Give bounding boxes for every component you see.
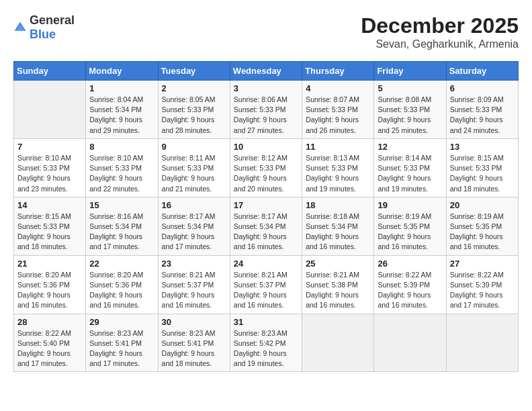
calendar-cell: 6 Sunrise: 8:09 AM Sunset: 5:33 PM Dayli… [446,81,518,139]
calendar-cell [14,81,86,139]
calendar-cell: 4 Sunrise: 8:07 AM Sunset: 5:33 PM Dayli… [302,81,374,139]
calendar-cell: 14 Sunrise: 8:15 AM Sunset: 5:33 PM Dayl… [14,197,86,255]
weekday-header-cell: Thursday [302,62,374,81]
day-number: 1 [89,83,154,93]
calendar-cell: 27 Sunrise: 8:22 AM Sunset: 5:39 PM Dayl… [446,255,518,314]
day-number: 7 [17,142,82,152]
day-info: Sunrise: 8:16 AM Sunset: 5:34 PM Dayligh… [89,212,154,253]
day-info: Sunrise: 8:06 AM Sunset: 5:33 PM Dayligh… [234,95,298,136]
calendar-cell [446,314,518,372]
page-header: General Blue December 2025 Sevan, Geghar… [13,13,519,50]
day-info: Sunrise: 8:21 AM Sunset: 5:37 PM Dayligh… [162,270,226,311]
weekday-header-cell: Saturday [446,62,518,81]
calendar-body: 1 Sunrise: 8:04 AM Sunset: 5:34 PM Dayli… [14,81,519,372]
day-number: 28 [17,317,82,327]
calendar-week-row: 21 Sunrise: 8:20 AM Sunset: 5:36 PM Dayl… [14,255,519,314]
day-info: Sunrise: 8:17 AM Sunset: 5:34 PM Dayligh… [162,212,226,253]
calendar-cell: 11 Sunrise: 8:13 AM Sunset: 5:33 PM Dayl… [302,138,374,197]
logo-general: General [30,13,75,27]
location-title: Sevan, Gegharkunik, Armenia [361,38,519,50]
weekday-header-cell: Sunday [14,62,86,81]
day-info: Sunrise: 8:07 AM Sunset: 5:33 PM Dayligh… [306,95,370,136]
calendar-cell: 21 Sunrise: 8:20 AM Sunset: 5:36 PM Dayl… [14,255,86,314]
day-info: Sunrise: 8:23 AM Sunset: 5:41 PM Dayligh… [89,328,154,369]
calendar-cell: 1 Sunrise: 8:04 AM Sunset: 5:34 PM Dayli… [86,81,158,139]
day-info: Sunrise: 8:20 AM Sunset: 5:36 PM Dayligh… [17,270,82,311]
calendar-cell: 29 Sunrise: 8:23 AM Sunset: 5:41 PM Dayl… [86,314,158,372]
day-info: Sunrise: 8:15 AM Sunset: 5:33 PM Dayligh… [17,212,82,253]
day-number: 14 [17,200,82,210]
calendar-cell: 5 Sunrise: 8:08 AM Sunset: 5:33 PM Dayli… [374,81,446,139]
day-info: Sunrise: 8:09 AM Sunset: 5:33 PM Dayligh… [450,95,515,136]
calendar-cell: 3 Sunrise: 8:06 AM Sunset: 5:33 PM Dayli… [230,81,302,139]
calendar-cell: 24 Sunrise: 8:21 AM Sunset: 5:37 PM Dayl… [230,255,302,314]
day-number: 29 [89,317,154,327]
calendar-cell: 15 Sunrise: 8:16 AM Sunset: 5:34 PM Dayl… [86,197,158,255]
logo-text: General Blue [30,13,75,42]
day-info: Sunrise: 8:04 AM Sunset: 5:34 PM Dayligh… [89,95,154,136]
calendar-cell: 18 Sunrise: 8:18 AM Sunset: 5:34 PM Dayl… [302,197,374,255]
day-info: Sunrise: 8:05 AM Sunset: 5:33 PM Dayligh… [162,95,226,136]
weekday-header-cell: Friday [374,62,446,81]
day-number: 4 [306,83,370,93]
day-info: Sunrise: 8:15 AM Sunset: 5:33 PM Dayligh… [450,153,515,194]
day-number: 27 [450,259,515,269]
calendar-cell: 19 Sunrise: 8:19 AM Sunset: 5:35 PM Dayl… [374,197,446,255]
calendar-cell: 22 Sunrise: 8:20 AM Sunset: 5:36 PM Dayl… [86,255,158,314]
day-number: 5 [378,83,442,93]
day-info: Sunrise: 8:11 AM Sunset: 5:33 PM Dayligh… [162,153,226,194]
day-info: Sunrise: 8:08 AM Sunset: 5:33 PM Dayligh… [378,95,442,136]
day-number: 8 [89,142,154,152]
day-number: 3 [234,83,298,93]
calendar-cell: 20 Sunrise: 8:19 AM Sunset: 5:35 PM Dayl… [446,197,518,255]
day-info: Sunrise: 8:13 AM Sunset: 5:33 PM Dayligh… [306,153,370,194]
day-info: Sunrise: 8:22 AM Sunset: 5:39 PM Dayligh… [378,270,442,311]
calendar-cell [374,314,446,372]
logo: General Blue [13,13,75,42]
day-number: 19 [378,200,442,210]
calendar-week-row: 28 Sunrise: 8:22 AM Sunset: 5:40 PM Dayl… [14,314,519,372]
day-info: Sunrise: 8:17 AM Sunset: 5:34 PM Dayligh… [234,212,298,253]
day-info: Sunrise: 8:12 AM Sunset: 5:33 PM Dayligh… [234,153,298,194]
day-number: 2 [162,83,226,93]
calendar-cell: 2 Sunrise: 8:05 AM Sunset: 5:33 PM Dayli… [158,81,230,139]
calendar-cell [302,314,374,372]
calendar-table: SundayMondayTuesdayWednesdayThursdayFrid… [13,61,519,372]
weekday-header-cell: Monday [86,62,158,81]
calendar-cell: 16 Sunrise: 8:17 AM Sunset: 5:34 PM Dayl… [158,197,230,255]
logo-icon [13,21,27,34]
month-title: December 2025 [361,13,519,38]
calendar-cell: 13 Sunrise: 8:15 AM Sunset: 5:33 PM Dayl… [446,138,518,197]
day-info: Sunrise: 8:22 AM Sunset: 5:40 PM Dayligh… [17,328,82,369]
day-number: 16 [162,200,226,210]
day-info: Sunrise: 8:23 AM Sunset: 5:42 PM Dayligh… [234,328,298,369]
day-number: 11 [306,142,370,152]
calendar-cell: 28 Sunrise: 8:22 AM Sunset: 5:40 PM Dayl… [14,314,86,372]
weekday-header-cell: Tuesday [158,62,230,81]
day-number: 6 [450,83,515,93]
day-info: Sunrise: 8:10 AM Sunset: 5:33 PM Dayligh… [89,153,154,194]
day-number: 21 [17,259,82,269]
calendar-cell: 30 Sunrise: 8:23 AM Sunset: 5:41 PM Dayl… [158,314,230,372]
day-info: Sunrise: 8:21 AM Sunset: 5:38 PM Dayligh… [306,270,370,311]
day-number: 23 [162,259,226,269]
day-number: 17 [234,200,298,210]
calendar-cell: 7 Sunrise: 8:10 AM Sunset: 5:33 PM Dayli… [14,138,86,197]
day-number: 25 [306,259,370,269]
calendar-cell: 12 Sunrise: 8:14 AM Sunset: 5:33 PM Dayl… [374,138,446,197]
day-info: Sunrise: 8:19 AM Sunset: 5:35 PM Dayligh… [378,212,442,253]
calendar-cell: 8 Sunrise: 8:10 AM Sunset: 5:33 PM Dayli… [86,138,158,197]
calendar-cell: 17 Sunrise: 8:17 AM Sunset: 5:34 PM Dayl… [230,197,302,255]
calendar-cell: 10 Sunrise: 8:12 AM Sunset: 5:33 PM Dayl… [230,138,302,197]
day-number: 20 [450,200,515,210]
weekday-header-cell: Wednesday [230,62,302,81]
weekday-header-row: SundayMondayTuesdayWednesdayThursdayFrid… [14,62,519,81]
day-info: Sunrise: 8:20 AM Sunset: 5:36 PM Dayligh… [89,270,154,311]
day-number: 13 [450,142,515,152]
day-info: Sunrise: 8:22 AM Sunset: 5:39 PM Dayligh… [450,270,515,311]
calendar-cell: 25 Sunrise: 8:21 AM Sunset: 5:38 PM Dayl… [302,255,374,314]
title-area: December 2025 Sevan, Gegharkunik, Armeni… [361,13,519,50]
day-info: Sunrise: 8:14 AM Sunset: 5:33 PM Dayligh… [378,153,442,194]
day-number: 9 [162,142,226,152]
calendar-week-row: 1 Sunrise: 8:04 AM Sunset: 5:34 PM Dayli… [14,81,519,139]
